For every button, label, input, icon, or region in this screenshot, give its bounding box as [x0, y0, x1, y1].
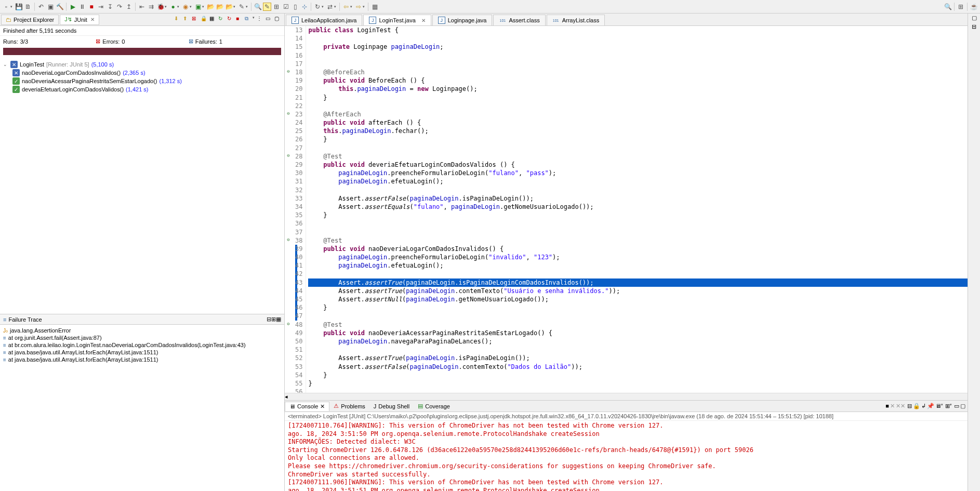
code-line[interactable] — [308, 60, 968, 68]
pin-icon[interactable]: ⊹ — [300, 3, 309, 11]
new-class-icon[interactable]: 📂 — [206, 3, 215, 11]
code-line[interactable]: Assert.assertFalse(paginaDeLogin.isPagin… — [308, 194, 968, 203]
java-perspective-icon[interactable]: ☕ — [970, 3, 978, 11]
code-line[interactable]: paginaDeLogin.navegaParaPaginaDeLances()… — [308, 337, 968, 346]
link-icon[interactable]: ⇄ — [326, 3, 334, 11]
stop-junit-icon[interactable]: ■ — [236, 16, 244, 23]
tab-problems[interactable]: ⚠ Problems — [329, 402, 369, 410]
toggle-mark-icon[interactable]: ✎ — [263, 3, 271, 11]
fold-marker[interactable]: ⊖ — [285, 236, 292, 245]
failure-trace[interactable]: J₀java.lang.AssertionError≡at org.junit.… — [0, 325, 284, 491]
history-icon[interactable]: ⧉ — [245, 16, 253, 23]
step-over-icon[interactable]: ↷ — [115, 3, 124, 11]
code-line[interactable] — [308, 388, 968, 393]
test-item[interactable]: ✓ deveriaEfetuarLoginComDadosValidos() (… — [2, 85, 282, 94]
save-all-icon[interactable]: 🗎 — [24, 3, 32, 11]
tab-debug-shell[interactable]: J Debug Shell — [369, 402, 414, 410]
trace-line[interactable]: ≡at br.com.alura.leilao.login.LoginTest.… — [2, 341, 282, 349]
scroll-lock-icon[interactable]: 🔒 — [201, 16, 208, 23]
coverage-icon[interactable]: ◉ — [181, 3, 190, 11]
run-icon[interactable]: ● — [169, 3, 177, 11]
tab-coverage[interactable]: ▤ Coverage — [414, 402, 454, 410]
horizontal-scrollbar[interactable]: ◂ — [285, 393, 968, 400]
filter-icon[interactable]: ⊞ — [271, 316, 276, 323]
trace-line[interactable]: J₀java.lang.AssertionError — [2, 327, 282, 334]
compare-icon[interactable]: ⊟ — [267, 316, 271, 323]
close-icon[interactable]: ✕ — [320, 403, 325, 410]
tab-project-explorer[interactable]: 🗀 Project Explorer — [1, 15, 59, 25]
console-stop-icon[interactable]: ■ — [885, 403, 889, 409]
fold-marker[interactable]: ⊖ — [285, 321, 292, 329]
code-area[interactable]: public class LoginTest { private Loginpa… — [306, 26, 968, 393]
code-line[interactable]: public void BeforeEach () { — [308, 76, 968, 85]
outline-icon[interactable]: ▯ — [291, 3, 299, 11]
code-line[interactable]: Assert.assertNull(paginaDeLogin.getNomeU… — [308, 295, 968, 303]
code-line[interactable]: Assert.assertTrue(paginaDeLogin.isPagina… — [308, 354, 968, 362]
code-line[interactable]: public void deveriaEfetuarLoginComDadosV… — [308, 161, 968, 169]
open-perspective-icon[interactable]: ⊞ — [957, 3, 965, 11]
editor-tab[interactable]: JLoginpage.java — [432, 15, 493, 25]
undo-icon[interactable]: ↶ — [37, 3, 45, 11]
bottom-maximize-icon[interactable]: ▢ — [960, 403, 965, 409]
run-last-icon[interactable]: ▣ — [194, 3, 202, 11]
code-line[interactable]: this.paginaDeLogin.fechar(); — [308, 127, 968, 135]
view-menu-icon[interactable]: ⋮ — [257, 16, 264, 23]
pin-console-icon[interactable]: 📌 — [927, 403, 934, 409]
code-line[interactable]: Assert.assertTrue(paginaDeLogin.contemTe… — [308, 287, 968, 295]
quick-access-icon[interactable]: 🔍 — [944, 3, 952, 11]
code-line[interactable]: Assert.assertFalse(paginaDeLogin.contemT… — [308, 363, 968, 371]
code-line[interactable]: } — [308, 371, 968, 379]
clear-console-icon[interactable]: ⊟ — [907, 403, 912, 409]
back-icon[interactable]: ⇦ — [342, 3, 350, 11]
code-line[interactable] — [308, 346, 968, 354]
test-item[interactable]: ✓ naoDeveriaAcessarPaginaRestritaSemEsta… — [2, 77, 282, 85]
code-line[interactable]: Assert.assertTrue(paginaDeLogin.isPagina… — [308, 278, 968, 287]
perspective-icon[interactable]: ▦ — [370, 3, 379, 11]
open-type-icon[interactable]: 📂 — [225, 3, 233, 11]
stop-icon[interactable]: ■ — [87, 3, 96, 11]
code-line[interactable]: private Loginpage paginaDeLogin; — [308, 43, 968, 51]
open-console-icon[interactable]: ⊞ — [945, 403, 950, 409]
scroll-lock-console-icon[interactable]: 🔒 — [913, 403, 920, 409]
task-icon[interactable]: ☑ — [282, 3, 290, 11]
trim-outline-icon[interactable]: ⊟ — [972, 23, 976, 30]
maximize-icon[interactable]: ▢ — [274, 16, 282, 23]
fold-marker[interactable]: ⊖ — [285, 110, 292, 118]
display-console-icon[interactable]: 🖥 — [935, 403, 941, 409]
code-line[interactable]: public void naoDeveriaAcessarPaginaRestr… — [308, 329, 968, 337]
minimize-icon[interactable]: ▭ — [266, 16, 273, 23]
test-item[interactable]: ✕ naoDeveriaLogarComDadosInvalidos() (2,… — [2, 69, 282, 77]
code-line[interactable]: } — [308, 211, 968, 219]
search-icon[interactable]: 🔍 — [254, 3, 262, 11]
remove-all-icon[interactable]: ✕✕ — [896, 403, 905, 409]
code-line[interactable]: } — [308, 379, 968, 388]
trim-restore-icon[interactable]: ▢ — [972, 15, 977, 21]
new-icon[interactable]: ▫ — [2, 3, 10, 11]
code-line[interactable]: Assert.assertEquals("fulano", paginaDeLo… — [308, 203, 968, 211]
code-line[interactable] — [308, 144, 968, 152]
tab-console[interactable]: 🖥 Console ✕ — [285, 402, 329, 411]
console-output[interactable]: [1724007110.764][WARNING]: This version … — [285, 421, 968, 491]
next-fail-icon[interactable]: ⬇ — [174, 16, 182, 23]
close-icon[interactable]: ✕ — [90, 17, 95, 22]
trace-line[interactable]: ≡at org.junit.Assert.fail(Assert.java:87… — [2, 334, 282, 341]
editor-tab[interactable]: JLeilaoApplication.java — [286, 15, 362, 25]
collapse-icon[interactable]: ⌄ — [3, 62, 8, 67]
code-line[interactable] — [308, 219, 968, 228]
rerun-failures-first-icon[interactable]: ↻ — [227, 16, 235, 23]
close-icon[interactable]: ✕ — [421, 18, 426, 23]
code-line[interactable]: this.paginaDeLogin = new Loginpage(); — [308, 85, 968, 93]
show-failures-icon[interactable]: ⊠ — [192, 16, 200, 23]
drop-frame-icon[interactable]: ⇤ — [138, 3, 146, 11]
debug-icon[interactable]: 🐞 — [156, 3, 165, 11]
toggle-icon[interactable]: ▣ — [46, 3, 55, 11]
use-step-filters-icon[interactable]: ⇉ — [147, 3, 155, 11]
code-line[interactable]: public void naoDeveriaLogarComDadosInval… — [308, 245, 968, 253]
code-line[interactable] — [308, 51, 968, 60]
code-line[interactable]: public class LoginTest { — [308, 26, 968, 34]
trace-line[interactable]: ≡at java.base/java.util.ArrayList.forEac… — [2, 356, 282, 363]
code-line[interactable]: paginaDeLogin.preencheFormularioDeLogin(… — [308, 253, 968, 261]
fold-marker[interactable]: ⊖ — [285, 68, 292, 76]
code-line[interactable]: paginaDeLogin.preencheFormularioDeLogin(… — [308, 169, 968, 177]
disconnect-icon[interactable]: ⇥ — [97, 3, 105, 11]
